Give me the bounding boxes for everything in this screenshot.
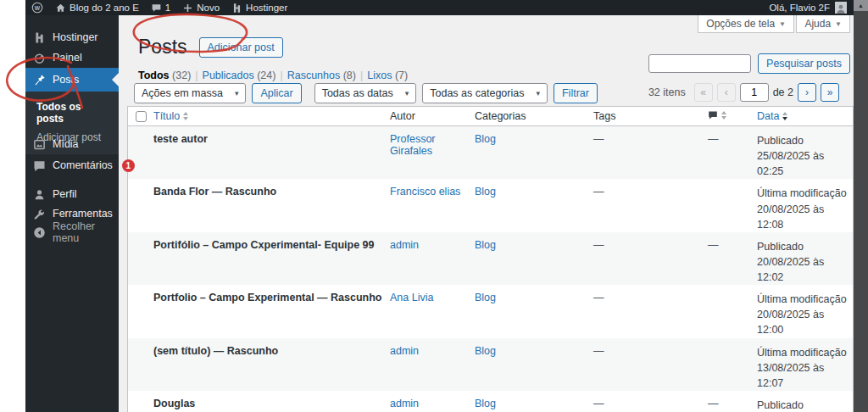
post-category-link[interactable]: Blog	[475, 133, 496, 145]
sidebar-item-recolher-menu[interactable]: Recolher menu	[25, 222, 119, 242]
post-author-link[interactable]: admin	[390, 239, 419, 251]
post-title-link[interactable]: Banda Flor — Rascunho	[153, 186, 276, 198]
sidebar-item-midia[interactable]: Mídia	[25, 134, 119, 154]
post-title-link[interactable]: Douglas	[153, 398, 195, 409]
bulk-actions-value: Ações em massa	[142, 87, 223, 99]
view-lixos[interactable]: Lixos	[367, 70, 392, 81]
post-category-link[interactable]: Blog	[475, 292, 496, 303]
search-box: Pesquisar posts	[648, 53, 850, 74]
user-avatar[interactable]	[835, 2, 847, 14]
filter-button[interactable]: Filtrar	[554, 83, 598, 103]
post-category-link[interactable]: Blog	[475, 345, 496, 357]
tools-icon	[33, 208, 46, 220]
post-comments-cell: —	[706, 133, 755, 179]
view-separator: |	[280, 70, 282, 81]
current-page-input[interactable]	[740, 83, 769, 102]
add-post-button[interactable]: Adicionar post	[199, 37, 283, 58]
view-todos[interactable]: Todos	[138, 70, 170, 81]
last-page-button[interactable]: »	[821, 83, 839, 102]
post-category-link[interactable]: Blog	[475, 186, 496, 198]
sidebar-item-painel[interactable]: Painel	[25, 47, 119, 68]
browser-scrollbar[interactable]: ▲	[854, 0, 868, 412]
view-separator: |	[195, 70, 198, 81]
sort-arrows-icon	[782, 112, 787, 120]
help-tab[interactable]: Ajuda ▼	[796, 15, 850, 33]
post-status-label: Última modificação	[757, 292, 853, 307]
prev-page-button[interactable]: ‹	[717, 83, 736, 102]
post-status-label: Publicado	[757, 239, 853, 254]
hostinger-icon	[33, 31, 46, 44]
post-status-label: Última modificação	[757, 345, 853, 360]
sidebar-item-label: Ferramentas	[53, 208, 113, 220]
hostinger-icon	[231, 3, 242, 14]
wordpress-logo-icon: W	[31, 2, 43, 14]
post-date-cell: Publicado 25/08/2025 às 02:25	[755, 133, 853, 179]
chevron-down-icon: ▼	[835, 20, 842, 28]
sidebar-item-perfil[interactable]: Perfil	[25, 184, 119, 204]
user-greeting[interactable]: Olá, Flavio 2F	[769, 3, 830, 13]
post-comment-count: —	[708, 133, 719, 145]
screen-options-tab[interactable]: Opções de tela ▼	[698, 15, 794, 33]
site-name-label: Blog do 2 ano E	[70, 3, 139, 13]
post-author-link[interactable]: Professor Girafales	[390, 133, 436, 157]
post-author-link[interactable]: Francisco elias	[390, 186, 460, 198]
wordpress-logo-menu[interactable]: W	[25, 0, 49, 15]
site-name-link[interactable]: Blog do 2 ano E	[49, 0, 145, 15]
page-header: Posts Adicionar post	[138, 36, 283, 58]
sort-by-date-header[interactable]: Data	[757, 110, 787, 122]
view-publicados[interactable]: Publicados	[203, 70, 254, 81]
sort-arrows-icon	[183, 112, 188, 120]
submenu-todos-os-posts[interactable]: Todos os posts	[25, 97, 119, 128]
post-date-cell: Última modificação 20/08/2025 às 12:08	[755, 186, 853, 231]
new-content-menu[interactable]: Novo	[176, 0, 225, 15]
post-title-link[interactable]: Portfolio – Campo Experimental — Rascunh…	[153, 292, 382, 303]
select-all-checkbox[interactable]	[136, 111, 147, 122]
bulk-actions-select[interactable]: Ações em massa ▾	[134, 83, 246, 103]
sidebar-item-hostinger[interactable]: Hostinger	[25, 27, 119, 47]
post-author-link[interactable]: Ana Livia	[390, 292, 433, 303]
sidebar-item-label: Hostinger	[53, 31, 98, 43]
post-author-link[interactable]: admin	[390, 345, 419, 357]
scrollbar-up-button[interactable]: ▲	[854, 0, 868, 11]
dates-filter-select[interactable]: Todas as datas ▾	[314, 83, 417, 103]
pagination: 32 itens « ‹ de 2 › »	[648, 83, 839, 102]
sort-arrows-icon	[721, 111, 726, 120]
post-date-value: 20/08/2025 às 12:02	[757, 254, 853, 285]
post-title-link[interactable]: teste autor	[153, 133, 208, 145]
sidebar-item-label: Posts	[53, 74, 79, 86]
home-icon	[55, 3, 66, 14]
search-posts-input[interactable]	[648, 54, 751, 73]
post-comments-cell	[706, 186, 755, 231]
post-title-link[interactable]: (sem título) — Rascunho	[153, 345, 278, 357]
chevron-down-icon: ▾	[536, 89, 540, 97]
sidebar-item-posts[interactable]: Posts	[25, 68, 119, 92]
pushpin-icon	[33, 74, 46, 86]
apply-button[interactable]: Aplicar	[252, 83, 301, 103]
main-content: Opções de tela ▼ Ajuda ▼ Posts Adicionar…	[119, 15, 854, 412]
sort-by-title-header[interactable]: Título	[153, 110, 188, 122]
row-checkbox-area	[128, 345, 152, 391]
categories-filter-select[interactable]: Todas as categorias ▾	[422, 83, 548, 103]
row-checkbox-area	[128, 398, 152, 412]
next-page-button[interactable]: ›	[798, 83, 816, 102]
adminbar-comments-link[interactable]: 1	[145, 0, 176, 15]
view-rascunhos[interactable]: Rascunhos	[287, 70, 341, 81]
chevron-down-icon: ▾	[235, 89, 239, 97]
post-title-link[interactable]: Portifólio – Campo Cxperimental- Equipe …	[153, 239, 374, 251]
search-posts-button[interactable]: Pesquisar posts	[758, 53, 850, 74]
post-status-label: Última modificação	[757, 186, 853, 201]
post-date-value: 13/08/2025 às 12:07	[757, 360, 853, 391]
post-category-link[interactable]: Blog	[475, 239, 496, 251]
adminbar-hostinger-menu[interactable]: Hostinger	[225, 0, 293, 15]
post-author-link[interactable]: admin	[390, 398, 419, 409]
post-tags-value: —	[593, 398, 604, 409]
sidebar-item-label: Recolher menu	[53, 220, 119, 244]
sort-by-comments-header[interactable]	[708, 110, 726, 120]
title-header-label: Título	[153, 110, 180, 122]
post-category-link[interactable]: Blog	[475, 398, 496, 409]
post-date-cell: Última modificação 13/08/2025 às 12:07	[755, 345, 853, 391]
first-page-button[interactable]: «	[694, 83, 713, 102]
sidebar-item-comentarios[interactable]: Comentários 1	[25, 155, 119, 175]
post-status-label: Publicado	[757, 133, 853, 148]
screen-options-label: Opções de tela	[706, 18, 775, 30]
